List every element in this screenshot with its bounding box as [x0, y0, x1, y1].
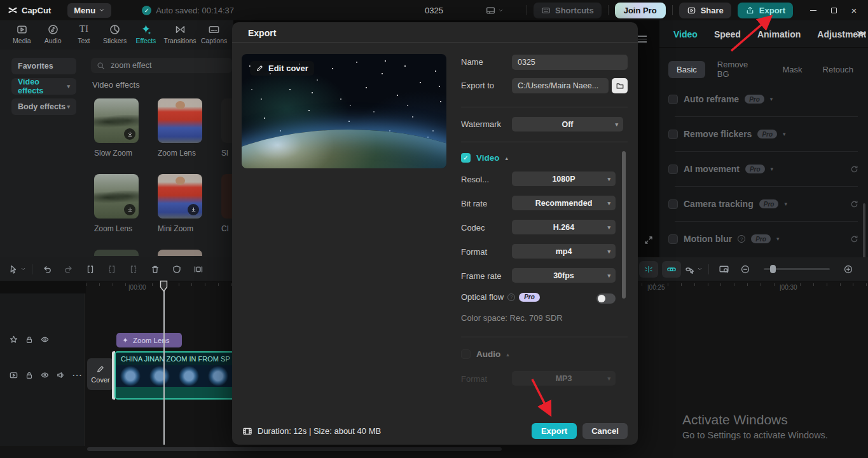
tab-captions[interactable]: Captions	[198, 24, 230, 44]
minimize-button[interactable]	[804, 3, 822, 18]
checkbox[interactable]	[668, 130, 678, 139]
option-ai-movement[interactable]: AI movement Pro ▾	[668, 152, 859, 186]
cover-button[interactable]: Cover	[87, 358, 114, 390]
share-button[interactable]: Share	[679, 3, 731, 18]
effect-card[interactable]: Zoom Lens	[94, 174, 139, 233]
bitrate-dropdown[interactable]: Recommended▾	[512, 196, 616, 210]
split-right-button[interactable]	[123, 264, 144, 274]
slider-knob[interactable]	[770, 265, 776, 273]
dialog-scrollbar[interactable]	[622, 151, 626, 299]
link-clips-button[interactable]	[662, 261, 681, 278]
effect-card[interactable]: Mini Zoom	[158, 174, 202, 233]
subtab-basic[interactable]: Basic	[668, 61, 705, 78]
tab-media[interactable]: Media	[6, 24, 38, 44]
maximize-button[interactable]	[825, 3, 843, 18]
category-body-effects[interactable]: Body effects▾	[11, 98, 76, 115]
format-dropdown[interactable]: mp4▾	[512, 244, 616, 259]
timeline-zoom-out-button[interactable]	[734, 264, 756, 274]
optical-flow-toggle[interactable]	[596, 293, 616, 304]
fullscreen-icon[interactable]	[644, 235, 654, 245]
mask-button[interactable]	[166, 264, 188, 274]
checkbox[interactable]	[668, 234, 678, 244]
subtab-retouch[interactable]: Retouch	[815, 61, 862, 78]
option-label: Motion blur	[684, 234, 732, 244]
tabs-overflow-icon[interactable]: ≫	[857, 29, 864, 38]
join-pro-button[interactable]: Join Pro	[615, 3, 666, 18]
dialog-export-button[interactable]: Export	[532, 423, 577, 439]
tab-speed[interactable]: Speed	[714, 29, 741, 39]
panel-list-icon[interactable]	[637, 34, 647, 44]
tab-text[interactable]: TI Text	[69, 24, 100, 44]
effect-card[interactable]: Zoom Lens	[158, 98, 202, 158]
preview-zoom-button[interactable]	[713, 264, 734, 274]
effect-card[interactable]: Slow Zoom	[94, 98, 139, 158]
pro-badge: Pro	[759, 199, 779, 208]
help-icon[interactable]: ?	[507, 293, 515, 301]
tab-transitions[interactable]: Transitions	[162, 24, 199, 44]
lock-icon[interactable]	[25, 335, 34, 344]
split-left-button[interactable]	[101, 264, 123, 274]
timeline-zoom-slider[interactable]	[764, 268, 830, 270]
checkbox[interactable]	[668, 199, 678, 209]
watermark-dropdown[interactable]: Off ▾	[512, 117, 623, 131]
codec-dropdown[interactable]: H.264▾	[512, 220, 616, 234]
shortcuts-button[interactable]: Shortcuts	[534, 3, 602, 18]
select-tool-button[interactable]	[6, 264, 28, 274]
auto-snap-button[interactable]	[639, 261, 658, 278]
browse-folder-button[interactable]	[612, 78, 628, 93]
split-button[interactable]	[79, 264, 101, 274]
linked-select-button[interactable]	[683, 264, 705, 274]
freeze-frame-button[interactable]	[188, 264, 209, 274]
delete-button[interactable]	[144, 264, 166, 274]
audio-checkbox[interactable]	[461, 349, 471, 359]
layout-switch-button[interactable]	[485, 5, 504, 16]
search-input[interactable]	[109, 60, 217, 71]
checkbox[interactable]	[668, 95, 678, 104]
subtab-remove-bg[interactable]: Remove BG	[709, 56, 771, 83]
option-motion-blur[interactable]: Motion blur ? Pro ▾	[668, 222, 859, 256]
tab-animation[interactable]: Animation	[757, 29, 801, 39]
subtab-mask[interactable]: Mask	[775, 61, 811, 78]
dialog-cancel-button[interactable]: Cancel	[582, 423, 628, 439]
option-remove-flickers[interactable]: Remove flickers Pro ▾	[668, 117, 859, 151]
audio-format-dropdown[interactable]: MP3▾	[512, 371, 616, 386]
speaker-icon[interactable]	[56, 370, 65, 380]
reset-icon[interactable]	[850, 165, 859, 174]
lock-icon[interactable]	[25, 371, 34, 380]
export-top-button[interactable]: Export	[738, 3, 793, 18]
undo-button[interactable]	[36, 264, 58, 274]
more-icon[interactable]: ⋯	[72, 369, 83, 381]
name-input[interactable]	[512, 55, 628, 70]
collapse-icon[interactable]: ▴	[506, 351, 509, 358]
eye-icon[interactable]	[40, 335, 50, 344]
video-checkbox[interactable]: ✓	[461, 153, 471, 163]
edit-cover-button[interactable]: Edit cover	[250, 61, 314, 76]
tab-video[interactable]: Video	[673, 29, 698, 39]
reset-icon[interactable]	[850, 199, 859, 209]
redo-button[interactable]	[58, 264, 79, 274]
eye-icon[interactable]	[40, 370, 50, 380]
timeline-horizontal-scrollbar[interactable]	[87, 447, 502, 451]
effect-clip[interactable]: Zoom Lens	[116, 333, 182, 347]
close-button[interactable]: ×	[845, 3, 863, 18]
collapse-icon[interactable]: ▴	[506, 155, 509, 161]
category-favorites[interactable]: Favorites	[11, 58, 76, 74]
framerate-dropdown[interactable]: 30fps▾	[512, 268, 616, 283]
checkbox[interactable]	[668, 165, 678, 174]
split-icon	[85, 264, 95, 274]
option-auto-reframe[interactable]: Auto reframe Pro ▾	[668, 82, 859, 116]
reset-icon[interactable]	[850, 234, 859, 244]
tab-effects[interactable]: Effects	[130, 24, 162, 44]
playhead-handle[interactable]	[160, 280, 168, 292]
timeline-zoom-in-button[interactable]	[837, 264, 859, 274]
category-video-effects[interactable]: Video effects▾	[11, 78, 76, 95]
resolution-dropdown[interactable]: 1080P▾	[512, 172, 616, 186]
tab-stickers[interactable]: Stickers	[99, 24, 130, 44]
help-icon[interactable]: ?	[738, 235, 745, 243]
effects-search[interactable]	[91, 58, 232, 73]
playhead-line[interactable]	[163, 281, 165, 445]
tab-audio[interactable]: Audio	[38, 24, 69, 44]
option-camera-tracking[interactable]: Camera tracking Pro ▾	[668, 187, 859, 221]
menu-button[interactable]: Menu	[67, 3, 111, 18]
export-path-input[interactable]	[512, 78, 609, 93]
